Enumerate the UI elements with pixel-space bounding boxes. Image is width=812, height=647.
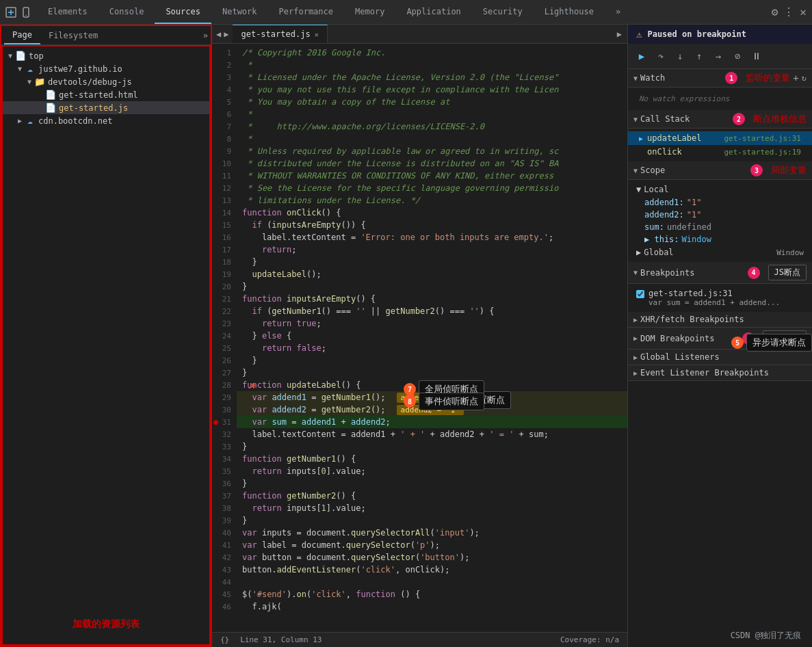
step-over-btn[interactable]: ↷ [653,48,669,64]
ln-21[interactable]: 21 [212,293,237,305]
code-line-11: * WITHOUT WARRANTIES OR CONDITIONS OF AN… [237,170,627,182]
pause-exc-btn[interactable]: ⏸ [748,48,765,64]
tab-performance[interactable]: Performance [268,0,344,24]
tab-sources[interactable]: Sources [155,0,211,24]
code-line-8: * [237,133,627,145]
step-out-btn[interactable]: ↑ [691,48,707,64]
ln-38[interactable]: 38 [212,502,237,514]
resume-btn[interactable]: ▶ [633,48,650,64]
watch-refresh-btn[interactable]: ↻ [802,73,807,83]
ln-43[interactable]: 43 [212,564,237,576]
ln-45[interactable]: 45 [212,588,237,600]
ln-26[interactable]: 26 [212,354,237,367]
status-bar: {} Line 31, Column 13 Coverage: n/a [212,632,627,647]
step-into-btn[interactable]: ↓ [672,48,688,64]
ln-37[interactable]: 37 [212,490,237,502]
callstack-item-0[interactable]: ▶ updateLabel get-started.js:31 [628,131,812,145]
xhr-section-header[interactable]: ▶ XHR/fetch Breakpoints [628,312,812,328]
dom-section-header[interactable]: ▶ DOM Breakpoints 6 DOM断点 [628,328,812,349]
nav-back[interactable]: ◀ [216,29,221,39]
callstack-content: ▶ updateLabel get-started.js:31 ▶ onClic… [628,129,812,161]
ln-46[interactable]: 46 [212,600,237,613]
event-section-header[interactable]: ▶ Event Listener Breakpoints [628,365,812,381]
ln-27[interactable]: 27 [212,367,237,379]
ln-39[interactable]: 39 [212,514,237,527]
ln-11: 11 [212,170,237,182]
bp-checkbox-0[interactable] [636,290,644,298]
ln-17[interactable]: 17 [212,243,237,256]
ln-20[interactable]: 20 [212,280,237,293]
tab-page[interactable]: Page [4,26,40,44]
scope-local-header[interactable]: ▼ Local [628,183,812,196]
mobile-icon[interactable] [21,7,31,18]
tab-lighthouse[interactable]: Lighthouse [534,0,605,24]
editor-run-btn[interactable]: ▶ [612,29,627,39]
step-btn[interactable]: → [710,48,726,64]
ln-22[interactable]: 22 [212,305,237,317]
format-icon[interactable]: {} [220,635,229,644]
settings-icon[interactable]: ⚙ [772,5,778,18]
tab-network[interactable]: Network [211,0,268,24]
editor-tab-close[interactable]: ✕ [315,31,319,38]
ln-18[interactable]: 18 [212,256,237,268]
ln-19[interactable]: 19 [212,268,237,280]
breakpoints-section-header[interactable]: ▼ Breakpoints 4 JS断点 [628,262,812,284]
xhr-arrow: ▶ [633,316,638,324]
tab-memory[interactable]: Memory [344,0,395,24]
ln-36[interactable]: 36 [212,477,237,490]
callstack-item-1[interactable]: ▶ onClick get-started.js:19 [628,145,812,159]
global-section-header[interactable]: ▶ Global Listeners [628,349,812,365]
tree-item-devtools[interactable]: ▼ 📁 devtools/debug-js [3,75,209,88]
ln-33[interactable]: 33 [212,440,237,453]
ln-40[interactable]: 40 [212,527,237,539]
ln-12: 12 [212,182,237,194]
ln-23[interactable]: 23 [212,317,237,330]
ln-14[interactable]: 14 [212,207,237,219]
cs-arrow-0: ▶ [639,135,643,142]
more-icon[interactable]: ⋮ [783,5,794,18]
tree-item-github[interactable]: ▼ ☁ justwe7.github.io [3,62,209,75]
tab-more[interactable]: » [605,0,631,24]
ln-29[interactable]: 29 [212,391,237,404]
panel-tab-more[interactable]: » [203,31,208,40]
ln-42[interactable]: 42 [212,551,237,564]
ln-31[interactable]: 31 [212,416,237,428]
ln-44[interactable]: 44 [212,576,237,588]
editor-tab-js[interactable]: get-started.js ✕ [233,25,327,43]
close-icon[interactable]: ✕ [800,5,807,18]
tab-filesystem[interactable]: Filesystem [40,26,106,44]
tree-item-top[interactable]: ▼ 📄 top [3,49,209,62]
ln-41[interactable]: 41 [212,539,237,551]
ln-32[interactable]: 32 [212,428,237,440]
ln-34[interactable]: 34 [212,453,237,465]
scope-global-header[interactable]: ▶ Global Window [628,246,812,259]
deactivate-btn[interactable]: ⊘ [729,48,746,64]
nav-forward[interactable]: ▶ [224,29,228,39]
ln-7: 7 [212,120,237,133]
ln-30[interactable]: 30 [212,404,237,416]
tab-elements[interactable]: Elements [37,0,99,24]
tree-item-js[interactable]: 📄 get-started.js [3,101,209,114]
ln-28[interactable]: 28 [212,379,237,391]
ln-25[interactable]: 25 [212,342,237,354]
toolbar-right: ⚙ ⋮ ✕ [766,5,812,18]
callstack-section-header[interactable]: ▼ Call Stack 2 断点堆栈信息 [628,110,812,129]
code-scroll[interactable]: 1 2 3 4 5 6 7 8 9 10 11 12 13 14 15 16 1 [212,44,627,632]
ln-35[interactable]: 35 [212,465,237,477]
scope-local-title: Local [644,185,668,194]
tab-security[interactable]: Security [472,0,534,24]
ln-24[interactable]: 24 [212,330,237,342]
code-line-9: * Unless required by applicable law or a… [237,145,627,157]
tab-console[interactable]: Console [99,0,155,24]
inspect-icon[interactable] [5,7,16,18]
tree-item-html[interactable]: 📄 get-started.html [3,88,209,101]
ln-15[interactable]: 15 [212,219,237,231]
scope-section-header[interactable]: ▼ Scope 3 局部变量 [628,161,812,180]
watch-add-btn[interactable]: + [793,72,798,83]
ln-16[interactable]: 16 [212,231,237,243]
code-line-29: var addend1 = getNumber1(); addend1 = "1… [237,391,627,404]
code-line-23: return true; [237,317,627,330]
watch-section-header[interactable]: ▼ Watch 1 监听的变量 + ↻ [628,69,812,88]
tab-application[interactable]: Application [395,0,471,24]
tree-item-cdn[interactable]: ▶ ☁ cdn.bootcdn.net [3,114,209,127]
